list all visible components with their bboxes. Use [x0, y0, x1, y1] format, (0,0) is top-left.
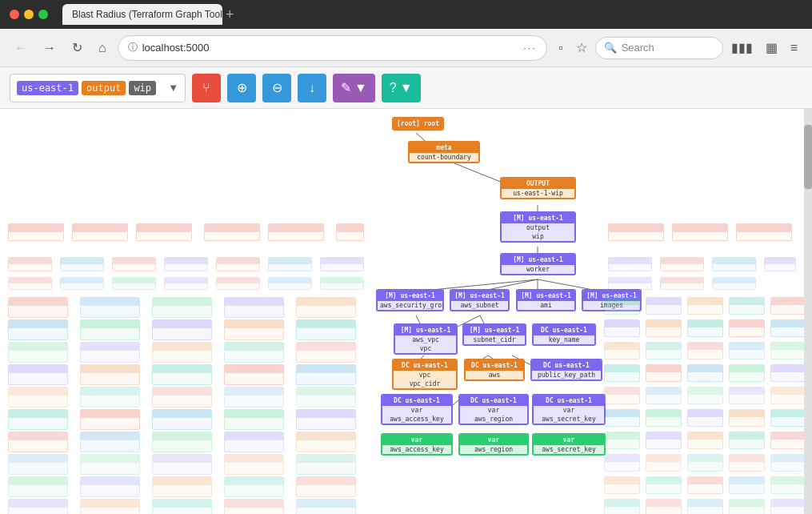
- ami-node[interactable]: [M] us-east-1 ami: [516, 289, 576, 311]
- url-display: localhost:5000: [142, 42, 518, 54]
- bg-node: [296, 499, 356, 514]
- sidebar-button[interactable]: ▦: [761, 37, 782, 58]
- ak-header: DC us-east-1: [382, 396, 451, 406]
- bg-node: [80, 454, 140, 475]
- bg-node: [687, 319, 723, 337]
- new-tab-button[interactable]: +: [226, 6, 234, 23]
- bg-node: [646, 297, 682, 315]
- subnet-node[interactable]: [M] us-east-1 aws_subnet: [450, 289, 510, 311]
- region-node[interactable]: DC us-east-1 var aws_region: [458, 394, 529, 425]
- bg-node: [296, 364, 356, 385]
- security-group-node[interactable]: [M] us-east-1 aws_security_group: [376, 289, 444, 311]
- bg-node: [770, 342, 806, 359]
- bg-node: [687, 476, 723, 494]
- bg-node: [8, 387, 68, 408]
- workspace-selector[interactable]: us-east-1 output wip ▼: [10, 74, 186, 102]
- search-bar[interactable]: 🔍 Search: [595, 37, 723, 59]
- help-button[interactable]: ? ▼: [382, 74, 421, 102]
- bg-node: [770, 319, 806, 337]
- pocket-button[interactable]: ▫: [554, 38, 568, 58]
- bg-node: [646, 387, 682, 404]
- zoom-in-button[interactable]: ⊕: [227, 74, 256, 102]
- module-output-node[interactable]: [M] us-east-1 output wip: [500, 211, 576, 243]
- bg-node: [729, 319, 765, 337]
- address-options[interactable]: ···: [523, 42, 537, 54]
- meta-node[interactable]: meta count-boundary: [408, 141, 480, 163]
- module-worker-node[interactable]: [M] us-east-1 worker: [500, 253, 576, 275]
- bg-node: [268, 257, 312, 271]
- maximize-traffic-light[interactable]: [38, 10, 48, 19]
- bg-node: [336, 223, 364, 241]
- secret-key-node[interactable]: DC us-east-1 var aws_secret_key: [532, 394, 606, 425]
- bg-node: [8, 257, 52, 271]
- vpc-cidr-node[interactable]: DC us-east-1 vpc vpc_cidr: [392, 359, 458, 390]
- secret-key-bottom-node[interactable]: var aws_secret_key: [532, 433, 606, 456]
- bg-node: [729, 499, 765, 514]
- bg-node: [729, 409, 765, 427]
- download-button[interactable]: ↓: [298, 74, 326, 102]
- bg-node: [216, 257, 260, 271]
- access-key-bottom-node[interactable]: var aws_access_key: [381, 433, 453, 456]
- main-canvas[interactable]: [root] root meta count-boundary OUTPUT u…: [0, 109, 812, 514]
- rgb-body: aws_region: [460, 445, 527, 454]
- lock-icon: ⓘ: [128, 41, 138, 54]
- meta-node-body: count-boundary: [410, 153, 478, 162]
- skb-header: var: [534, 435, 604, 445]
- home-button[interactable]: ⌂: [94, 38, 111, 58]
- bg-node: [8, 223, 64, 241]
- bg-node: [152, 319, 212, 340]
- module-output-type: output: [502, 223, 574, 232]
- bg-node: [608, 257, 652, 271]
- bg-node: [152, 499, 212, 514]
- graph-container: [root] root meta count-boundary OUTPUT u…: [0, 109, 812, 514]
- aws-node[interactable]: DC us-east-1 aws: [464, 359, 525, 381]
- forward-button[interactable]: →: [38, 38, 61, 58]
- address-bar[interactable]: ⓘ localhost:5000 ···: [118, 35, 547, 61]
- bg-node: [8, 277, 52, 290]
- access-key-node[interactable]: DC us-east-1 var aws_access_key: [381, 394, 453, 425]
- bg-node: [224, 409, 284, 430]
- region-bottom-node[interactable]: var aws_region: [458, 433, 529, 456]
- bg-node: [608, 277, 652, 290]
- active-tab[interactable]: Blast Radius (Terraform Graph Tool ×: [62, 4, 222, 25]
- root-node-header: [root] root: [394, 118, 442, 129]
- bg-node: [646, 432, 682, 449]
- git-button[interactable]: ⑂: [192, 74, 221, 102]
- output-node[interactable]: OUTPUT us-east-1-wip: [500, 177, 576, 199]
- bg-node: [687, 499, 723, 514]
- close-traffic-light[interactable]: [10, 10, 19, 19]
- nav-icons: ▫ ☆ 🔍 Search ▮▮▮ ▦ ≡: [554, 37, 802, 59]
- zoom-out-button[interactable]: ⊖: [262, 74, 291, 102]
- module-worker-header: [M] us-east-1: [502, 255, 574, 265]
- scrollbar-thumb[interactable]: [804, 125, 812, 189]
- brush-button[interactable]: ✎ ▼: [333, 74, 375, 102]
- bg-node: [604, 364, 640, 382]
- subnet-cidr-node[interactable]: [M] us-east-1 subnet_cidr: [462, 323, 526, 346]
- root-node[interactable]: [root] root: [392, 117, 444, 131]
- refresh-button[interactable]: ↻: [67, 37, 87, 58]
- public-key-path-node[interactable]: DC us-east-1 public_key_path: [530, 359, 602, 381]
- module-worker-body: worker: [502, 265, 574, 274]
- bg-node: [729, 342, 765, 359]
- key-name-node[interactable]: DC us-east-1 key_name: [532, 323, 596, 346]
- bg-node: [604, 476, 640, 494]
- scrollbar[interactable]: [804, 109, 812, 514]
- bookmark-button[interactable]: ☆: [571, 37, 592, 58]
- aws-vpc-node[interactable]: [M] us-east-1 aws_vpc vpc: [394, 323, 458, 355]
- toolbar: us-east-1 output wip ▼ ⑂ ⊕ ⊖ ↓ ✎ ▼ ? ▼: [0, 67, 812, 109]
- back-button[interactable]: ←: [10, 38, 32, 58]
- bg-node: [136, 223, 192, 241]
- git-icon: ⑂: [202, 81, 210, 95]
- bg-node: [646, 364, 682, 382]
- bg-node: [60, 257, 104, 271]
- bg-node: [687, 432, 723, 449]
- bg-node: [729, 454, 765, 472]
- bg-node: [646, 409, 682, 427]
- skb-body: aws_secret_key: [534, 445, 604, 454]
- bg-node: [604, 432, 640, 449]
- minimize-traffic-light[interactable]: [24, 10, 34, 19]
- bg-node: [296, 342, 356, 363]
- bg-node: [80, 387, 140, 408]
- menu-button[interactable]: ≡: [786, 38, 802, 58]
- library-button[interactable]: ▮▮▮: [726, 37, 758, 58]
